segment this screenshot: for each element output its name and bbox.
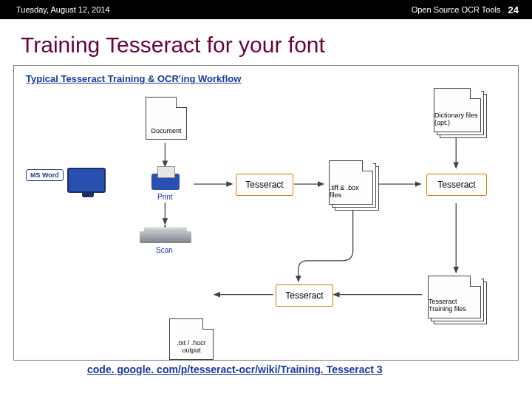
printer-icon [151, 174, 180, 190]
output-node: .txt / .hocr output [169, 318, 214, 360]
print-caption: Print [157, 193, 173, 201]
tesseract-box-3: Tesseract [276, 284, 333, 307]
document-node: Document [146, 97, 187, 140]
workflow-diagram: Typical Tesseract Training & OCR'ing Wor… [13, 65, 519, 361]
scan-caption: Scan [156, 246, 173, 254]
dictionary-files-node: Dictionary files (opt.) [434, 88, 481, 132]
computer-icon [67, 168, 106, 193]
source-link[interactable]: code. google. com/p/tesseract-ocr/wiki/T… [0, 364, 532, 375]
header-topic: Open Source OCR Tools [412, 5, 501, 14]
scanner-icon [140, 231, 191, 243]
slide-title: Training Tesseract for your font [0, 19, 532, 65]
msword-label: MS Word [26, 169, 64, 181]
slide-header: Tuesday, August 12, 2014 Open Source OCR… [0, 0, 532, 19]
page-number: 24 [508, 4, 519, 16]
training-files-node: Tesseract Training files [428, 276, 481, 318]
tiff-box-files-node: .tiff & .box files [329, 160, 373, 205]
diagram-heading: Typical Tesseract Training & OCR'ing Wor… [26, 73, 241, 84]
trainfiles-label: Tesseract Training files [429, 299, 480, 313]
tesseract-box-2: Tesseract [426, 174, 487, 196]
tiffbox-label: .tiff & .box files [330, 185, 372, 200]
document-label: Document [151, 127, 181, 134]
tesseract-box-1: Tesseract [236, 174, 293, 196]
output-label: .txt / .hocr output [170, 340, 213, 355]
header-date: Tuesday, August 12, 2014 [16, 5, 110, 14]
dictfiles-label: Dictionary files (opt.) [434, 112, 480, 127]
